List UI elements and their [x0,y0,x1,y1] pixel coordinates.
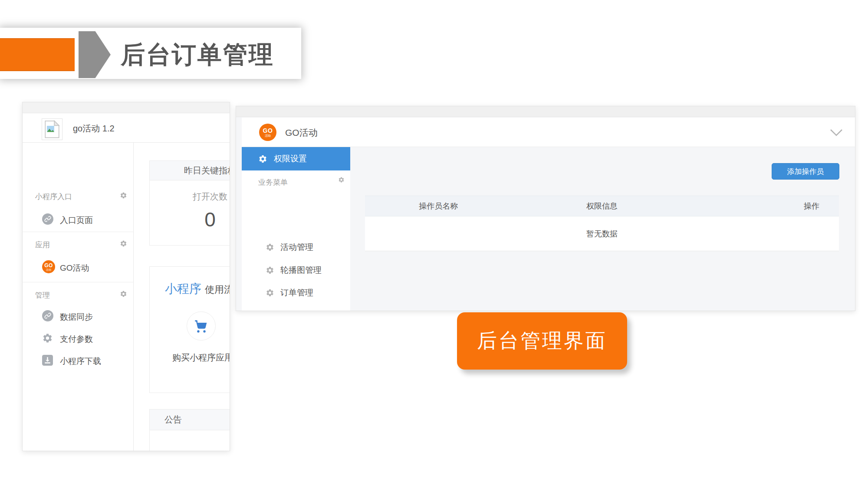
sidebar-section-business-menu: 业务菜单 [258,177,288,187]
chevron-down-icon[interactable] [830,129,843,137]
sidebar-item-go-activity[interactable]: GO活动 [60,262,89,274]
go-badge-icon: GO 活动 [42,260,55,273]
metric-value: 0 [150,208,230,231]
add-operator-button[interactable]: 添加操作员 [772,163,839,180]
go-badge-subtext: 活动 [46,269,51,271]
broken-image-icon [42,118,62,140]
left-sidebar: 小程序入口 入口页面 应用 GO 活动 GO活动 管理 数据同步 [23,143,134,451]
gear-icon[interactable] [338,177,345,183]
notice-card: 公告 [149,409,230,451]
link-icon [42,213,53,225]
guide-title-highlight: 小程序 [165,282,201,295]
right-admin-window: GO 活动 GO活动 权限设置 业务菜单 活动管理 轮播图管理 订单管 [236,106,855,311]
table-empty-row: 暂无数据 [365,216,839,251]
gear-icon[interactable] [120,192,127,199]
backend-ui-callout-button[interactable]: 后台管理界面 [457,312,627,370]
sidebar-section-apps: 应用 [35,240,50,250]
operators-table: 操作员名称 权限信息 操作 暂无数据 [365,196,839,251]
col-operator-name: 操作员名称 [365,201,512,211]
link-icon [42,310,53,321]
metric-card: 昨日关键指标 打开次数 0 [149,160,230,246]
left-app-title: go活动 1.2 [73,123,115,134]
col-permission-info: 权限信息 [512,201,692,211]
sidebar-item-payment-params[interactable]: 支付参数 [60,334,93,345]
left-window-header: go活动 1.2 [23,113,230,143]
gear-icon [258,154,267,164]
metric-card-header: 昨日关键指标 [150,161,230,180]
sidebar-section-manage: 管理 [35,290,50,300]
right-sidebar: 权限设置 业务菜单 活动管理 轮播图管理 订单管理 分类管理 [242,147,350,311]
download-icon [42,355,53,366]
divider [23,282,133,282]
guide-card: 小程序使用流 购买小程序应用 [149,266,230,393]
table-header-row: 操作员名称 权限信息 操作 [365,196,839,216]
go-badge-subtext: 活动 [265,134,271,137]
divider [23,232,133,232]
sidebar-item-carousel-mgmt[interactable]: 轮播图管理 [242,264,350,277]
sidebar-item-miniapp-download[interactable]: 小程序下载 [60,356,101,367]
sidebar-item-label: 分类管理 [280,310,313,311]
sidebar-item-label: 订单管理 [280,287,313,298]
gear-icon [266,288,274,297]
sidebar-item-entry-page[interactable]: 入口页面 [60,215,93,226]
col-actions: 操作 [692,201,839,211]
sidebar-item-permissions-selected[interactable]: 权限设置 [242,147,350,170]
cart-icon [187,311,216,341]
right-app-name: GO活动 [285,127,318,139]
go-badge-icon: GO 活动 [259,124,276,141]
notice-card-header: 公告 [150,409,230,430]
gear-icon [266,266,274,275]
sidebar-item-category-mgmt[interactable]: 分类管理 [242,309,350,311]
header-orange-block [0,38,75,71]
gear-icon [266,243,274,252]
sidebar-section-miniapp-entry: 小程序入口 [35,192,72,202]
guide-title-rest: 使用流 [205,284,230,295]
gear-icon[interactable] [120,240,127,247]
window-top-strip [236,106,855,117]
right-window-header: GO 活动 GO活动 [242,118,855,147]
sidebar-item-order-mgmt[interactable]: 订单管理 [242,286,350,299]
page-title: 后台订单管理 [121,38,274,71]
sidebar-item-label: 轮播图管理 [280,265,322,276]
sidebar-item-data-sync[interactable]: 数据同步 [60,311,93,323]
left-admin-window: go活动 1.2 小程序入口 入口页面 应用 GO 活动 GO活动 管理 [22,102,230,451]
sidebar-selected-label: 权限设置 [274,153,307,164]
gear-icon [42,333,53,344]
sidebar-item-label: 活动管理 [280,242,313,253]
guide-card-title: 小程序使用流 [150,267,230,297]
window-top-strip [23,102,230,113]
go-badge-text: GO [44,263,53,268]
gear-icon[interactable] [120,290,127,298]
metric-label: 打开次数 [150,191,230,203]
guide-caption: 购买小程序应用 [172,352,230,364]
sidebar-item-activity-mgmt[interactable]: 活动管理 [242,241,350,254]
go-badge-text: GO [263,128,273,134]
